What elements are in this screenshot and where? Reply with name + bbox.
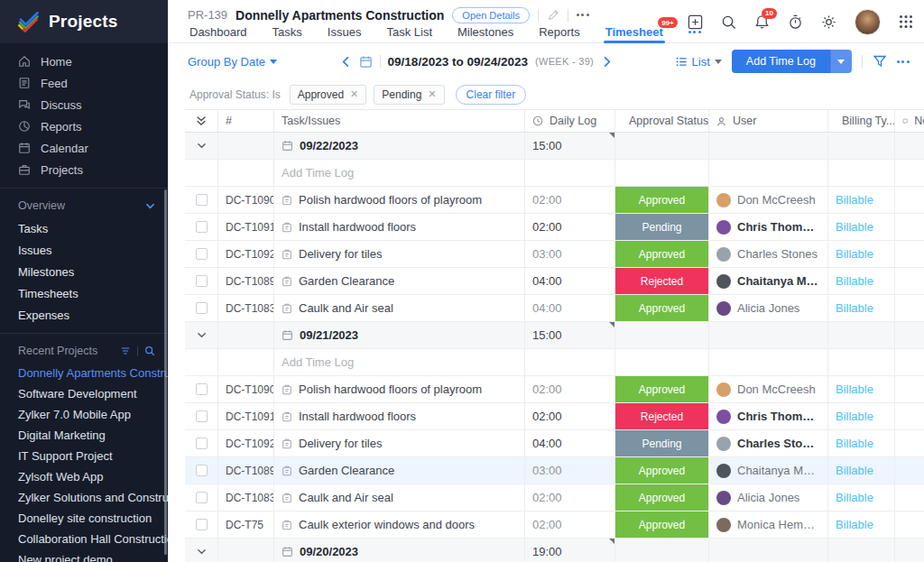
tab-reports[interactable]: Reports [539, 25, 580, 43]
remove-chip-icon[interactable]: ✕ [428, 88, 436, 100]
overview-section-header[interactable]: Overview [0, 194, 168, 217]
sidebar-item-milestones[interactable]: Milestones [0, 261, 168, 282]
row-checkbox[interactable] [196, 519, 208, 530]
remove-chip-icon[interactable]: ✕ [350, 88, 358, 100]
row-checkbox[interactable] [196, 438, 208, 449]
column-header-approval-status[interactable]: Approval Status [615, 110, 709, 132]
more-actions-icon[interactable] [577, 14, 589, 16]
filter-list-icon[interactable] [120, 345, 131, 356]
search-icon[interactable] [144, 345, 155, 356]
app-root: Projects Home Feed Discuss Reports Calen… [0, 0, 924, 562]
group-collapse-toggle[interactable] [185, 133, 218, 159]
calendar-picker-icon[interactable] [359, 55, 373, 69]
sidebar-recent-project[interactable]: Donnelly Apartments Construction [0, 363, 168, 383]
apps-grid-icon[interactable] [899, 14, 913, 29]
column-header-user[interactable]: User [709, 110, 828, 132]
user-avatar[interactable] [855, 9, 881, 35]
task-name: Install hardwood floors [299, 410, 416, 423]
sidebar-item-discuss[interactable]: Discuss [0, 94, 168, 115]
sidebar-item-projects[interactable]: Projects [0, 159, 168, 180]
sidebar-recent-project[interactable]: Software Development [0, 383, 168, 404]
sidebar-recent-project[interactable]: Zylker Solutions and Construction [0, 487, 168, 508]
column-header-billing-type[interactable]: Billing Ty... [828, 110, 895, 132]
column-header-daily-log[interactable]: Daily Log [525, 110, 615, 132]
sidebar-recent-project[interactable]: Digital Marketing [0, 425, 168, 446]
sidebar-item-label: Calendar [41, 142, 88, 155]
tab-dashboard[interactable]: Dashboard [189, 25, 247, 43]
sidebar-recent-project[interactable]: Donelley site construction [0, 508, 168, 529]
sidebar-item-expenses[interactable]: Expenses [0, 304, 168, 326]
sidebar-recent-project[interactable]: New project demo [0, 549, 168, 562]
task-name: Caulk and Air seal [299, 491, 393, 504]
settings-gear-icon[interactable] [821, 14, 836, 30]
timer-icon[interactable] [788, 14, 803, 30]
chevron-down-icon [197, 141, 207, 151]
overview-items: Tasks Issues Milestones Timesheets Expen… [0, 217, 168, 326]
filter-chip[interactable]: Pending ✕ [374, 85, 444, 105]
group-collapse-toggle[interactable] [185, 539, 218, 562]
view-switch-dropdown[interactable]: List [676, 55, 722, 69]
sidebar-item-feed[interactable]: Feed [0, 72, 168, 94]
feed-icon [18, 77, 31, 89]
add-new-icon[interactable] [688, 14, 703, 30]
clear-filter-button[interactable]: Clear filter [456, 85, 527, 105]
notifications-bell-icon[interactable]: 10 [754, 14, 770, 30]
edit-pencil-icon[interactable] [547, 9, 559, 22]
sidebar-recent-project[interactable]: IT Support Project [0, 446, 168, 466]
filter-criteria-label: Approval Status: Is [189, 88, 281, 101]
sidebar-item-issues[interactable]: Issues [0, 239, 168, 261]
divider [380, 55, 381, 68]
tab-tasks[interactable]: Tasks [273, 25, 302, 43]
sidebar-recent-project[interactable]: Collaboration Hall Construction [0, 529, 168, 549]
tab-issues[interactable]: Issues [328, 25, 362, 43]
group-by-dropdown[interactable]: Group By Date [188, 55, 277, 69]
sidebar-scrollbar[interactable] [164, 189, 167, 555]
add-time-log-dropdown[interactable] [830, 50, 852, 73]
date-range-label[interactable]: 09/18/2023 to 09/24/2023 [388, 55, 528, 69]
sidebar-item-home[interactable]: Home [0, 51, 168, 72]
row-checkbox[interactable] [196, 383, 208, 395]
daily-log-hours: 02:00 [532, 220, 562, 234]
sidebar-recent-project[interactable]: Zylsoft Web App [0, 466, 168, 487]
column-header-id[interactable]: # [218, 110, 274, 132]
column-header-notes[interactable]: Notes [895, 110, 924, 132]
search-icon[interactable] [721, 14, 736, 30]
user-avatar [716, 247, 731, 262]
add-time-log-row[interactable]: Add Time Log [185, 160, 924, 187]
tab-task-list[interactable]: Task List [386, 25, 432, 43]
row-checkbox[interactable] [196, 410, 208, 422]
daily-log-hours: 04:00 [532, 274, 562, 288]
clock-icon [532, 115, 543, 126]
row-checkbox[interactable] [196, 302, 208, 314]
tab-timesheet[interactable]: Timesheet 99+ [605, 25, 663, 43]
add-time-log-row[interactable]: Add Time Log [185, 349, 924, 376]
add-time-log-button[interactable]: Add Time Log [732, 50, 852, 73]
column-header-task[interactable]: Task/Issues [274, 110, 525, 132]
filter-chip[interactable]: Approved ✕ [290, 85, 367, 105]
row-checkbox[interactable] [196, 492, 208, 503]
brand[interactable]: Projects [0, 0, 168, 43]
sidebar-item-tasks[interactable]: Tasks [0, 217, 168, 239]
open-details-button[interactable]: Open Details [452, 7, 530, 23]
row-checkbox[interactable] [196, 275, 208, 287]
user-avatar [716, 220, 731, 235]
row-checkbox[interactable] [196, 221, 208, 233]
tab-milestones[interactable]: Milestones [457, 25, 513, 43]
sidebar-item-calendar[interactable]: Calendar [0, 137, 168, 159]
sidebar-item-reports[interactable]: Reports [0, 115, 168, 137]
collapse-all-header[interactable] [185, 110, 218, 132]
row-checkbox[interactable] [196, 465, 208, 476]
project-code: PR-139 [188, 8, 227, 22]
chevron-left-icon[interactable] [340, 56, 352, 68]
filter-funnel-icon[interactable] [873, 54, 887, 69]
group-collapse-toggle[interactable] [185, 322, 218, 348]
row-checkbox[interactable] [196, 194, 208, 206]
more-options-icon[interactable] [897, 60, 910, 63]
chevron-right-icon[interactable] [601, 56, 613, 68]
row-checkbox[interactable] [196, 248, 208, 260]
time-log-row: DC-T1092 Delivery for tiles 03:00 Approv… [185, 241, 924, 268]
task-clipboard-icon [282, 222, 292, 233]
time-log-row: DC-T1089 Garden Clearance 04:00 Rejected… [185, 268, 924, 295]
sidebar-item-timesheets[interactable]: Timesheets [0, 282, 168, 304]
sidebar-recent-project[interactable]: Zylker 7.0 Mobile App [0, 404, 168, 425]
